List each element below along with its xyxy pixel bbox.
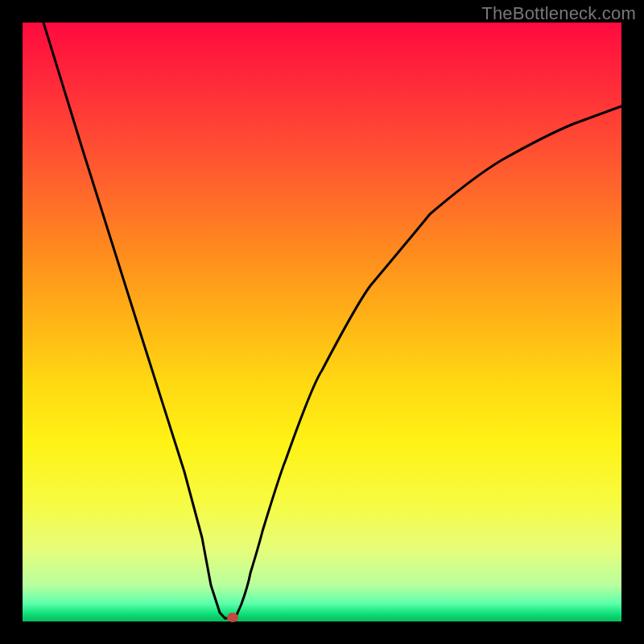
- watermark-text: TheBottleneck.com: [481, 3, 636, 24]
- curve-left: [43, 23, 225, 618]
- plot-area: [23, 23, 621, 621]
- curve-right: [235, 106, 621, 618]
- chart-frame: TheBottleneck.com: [0, 0, 644, 644]
- bottleneck-curve: [23, 23, 621, 621]
- optimal-point-marker: [227, 613, 238, 622]
